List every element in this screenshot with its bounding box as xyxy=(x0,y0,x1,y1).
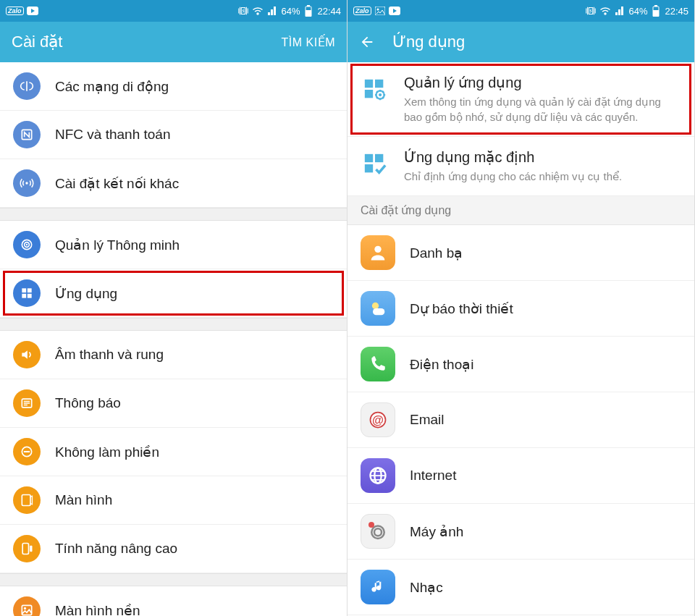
phone-icon xyxy=(361,347,395,381)
app-item-label: Điện thoại xyxy=(410,356,473,373)
svg-rect-16 xyxy=(22,544,28,554)
section-header: Cài đặt ứng dụng xyxy=(348,196,694,225)
svg-text:@: @ xyxy=(372,413,384,426)
settings-item-label: Cài đặt kết nối khác xyxy=(55,175,179,192)
app-item-label: Nhạc xyxy=(410,579,443,596)
vibrate-icon xyxy=(585,5,597,17)
settings-item-label: Màn hình xyxy=(55,492,112,508)
zalo-icon: Zalo xyxy=(6,7,24,15)
settings-item[interactable]: Cài đặt kết nối khác xyxy=(0,159,347,208)
grid-check-icon xyxy=(361,150,389,179)
settings-item-label: Không làm phiền xyxy=(55,444,159,460)
target-icon xyxy=(13,231,41,258)
status-bar: Zalo 64% 22:45 xyxy=(348,0,694,22)
page-title: Ứng dụng xyxy=(392,33,683,51)
app-mgmt-item[interactable]: Ứng dụng mặc định Chỉ định ứng dụng cho … xyxy=(348,137,694,196)
settings-item[interactable]: Quản lý Thông minh xyxy=(0,221,347,269)
wifi-icon xyxy=(599,5,611,17)
svg-rect-33 xyxy=(365,164,373,172)
apps-content: Quản lý ứng dụng Xem thông tin ứng dụng … xyxy=(348,62,694,616)
image-icon xyxy=(374,5,386,17)
svg-rect-20 xyxy=(375,7,385,15)
section-divider xyxy=(0,208,347,221)
antenna-icon xyxy=(13,72,41,100)
svg-rect-32 xyxy=(375,154,383,162)
settings-list: Các mạng di động NFC và thanh toán Cài đ… xyxy=(0,62,347,616)
svg-point-8 xyxy=(26,244,28,246)
svg-point-21 xyxy=(376,9,379,11)
battery-icon xyxy=(650,5,662,17)
svg-point-5 xyxy=(25,182,28,184)
app-item[interactable]: Máy ảnh xyxy=(348,504,694,560)
settings-item[interactable]: Ứng dụng xyxy=(0,269,347,318)
settings-item[interactable]: NFC và thanh toán xyxy=(0,111,347,159)
app-item[interactable]: Danh bạ xyxy=(348,225,694,281)
app-item[interactable]: Internet xyxy=(348,448,694,504)
settings-item-label: Âm thanh và rung xyxy=(55,347,164,363)
settings-item-label: Màn hình nền xyxy=(55,602,140,617)
back-button[interactable] xyxy=(359,34,375,50)
settings-item-label: Các mạng di động xyxy=(55,78,169,95)
app-item[interactable]: @ Email xyxy=(348,392,694,448)
settings-item-label: Thông báo xyxy=(55,395,121,411)
signal-icon xyxy=(614,5,626,17)
app-item[interactable]: Nhạc xyxy=(348,560,694,615)
page-title: Cài đặt xyxy=(12,33,282,51)
svg-point-35 xyxy=(372,303,379,309)
app-item[interactable]: Điện thoại xyxy=(348,337,694,392)
email-icon: @ xyxy=(361,402,395,437)
svg-rect-12 xyxy=(28,294,32,298)
contact-icon xyxy=(361,235,395,270)
app-item[interactable]: Dự báo thời thiết xyxy=(348,281,694,337)
globe-icon xyxy=(361,458,395,493)
nfc-icon xyxy=(13,121,41,148)
settings-item[interactable]: Màn hình xyxy=(0,476,347,525)
app-bar: Ứng dụng xyxy=(348,22,694,62)
item-subtitle: Xem thông tin ứng dụng và quản lý cài đặ… xyxy=(404,94,681,125)
app-item-label: Máy ảnh xyxy=(410,523,463,540)
svg-rect-27 xyxy=(375,80,383,88)
search-action[interactable]: TÌM KIẾM xyxy=(282,35,335,49)
settings-item[interactable]: Âm thanh và rung xyxy=(0,331,347,379)
youtube-icon xyxy=(389,5,400,17)
sound-icon xyxy=(13,341,41,368)
music-icon xyxy=(361,570,395,604)
svg-rect-3 xyxy=(306,10,311,17)
app-mgmt-item[interactable]: Quản lý ứng dụng Xem thông tin ứng dụng … xyxy=(348,62,694,137)
svg-point-19 xyxy=(24,607,26,609)
settings-item[interactable]: Tính năng nâng cao xyxy=(0,525,347,573)
svg-rect-11 xyxy=(22,294,26,298)
settings-item[interactable]: Không làm phiền xyxy=(0,428,347,476)
settings-item-label: Tính năng nâng cao xyxy=(55,541,177,557)
settings-item[interactable]: Các mạng di động xyxy=(0,62,347,111)
broadcast-icon xyxy=(13,169,41,197)
svg-point-34 xyxy=(374,246,381,253)
settings-item-label: Ứng dụng xyxy=(55,285,117,302)
svg-rect-17 xyxy=(30,546,32,552)
svg-point-30 xyxy=(379,93,382,96)
advanced-icon xyxy=(13,535,41,562)
wifi-icon xyxy=(252,5,264,17)
settings-item[interactable]: Thông báo xyxy=(0,379,347,428)
list-icon xyxy=(13,389,41,417)
clock-text: 22:45 xyxy=(665,6,688,17)
app-item-label: Internet xyxy=(410,468,456,484)
app-item-label: Danh bạ xyxy=(410,245,463,261)
item-subtitle: Chỉ định ứng dụng cho các nhiệm vụ cụ th… xyxy=(404,169,681,184)
item-title: Ứng dụng mặc định xyxy=(404,148,681,166)
item-title: Quản lý ứng dụng xyxy=(404,74,681,91)
svg-rect-31 xyxy=(365,154,373,162)
youtube-icon xyxy=(27,5,38,17)
battery-icon xyxy=(303,5,314,17)
camera-icon xyxy=(361,514,395,549)
section-divider xyxy=(0,573,347,586)
app-item-label: Email xyxy=(410,412,445,428)
settings-item[interactable]: Màn hình nền xyxy=(0,586,347,616)
app-bar: Cài đặt TÌM KIẾM xyxy=(0,22,347,62)
battery-level: 64% xyxy=(628,6,647,17)
wallpaper-icon xyxy=(13,596,41,616)
svg-rect-10 xyxy=(28,288,32,292)
svg-rect-28 xyxy=(365,90,373,98)
screen-left: Zalo 64% 22:44 Cài đặt TÌM KIẾM xyxy=(0,0,348,616)
dnd-icon xyxy=(13,438,41,465)
